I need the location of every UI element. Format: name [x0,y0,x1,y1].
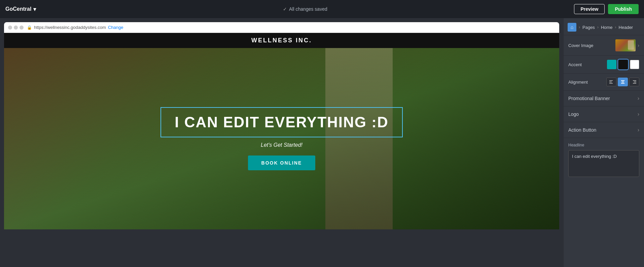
cover-image-preview: › [615,39,639,51]
svg-rect-3 [621,80,624,81]
breadcrumb-pages[interactable]: Pages [582,25,595,30]
breadcrumb-sep-1: › [579,25,580,30]
main-layout: 🔒 https://wellnessinc.godaddysites.com C… [0,18,644,267]
browser-dots [8,26,24,30]
logo-row[interactable]: Logo › [564,106,644,122]
promotional-banner-row[interactable]: Promotional Banner › [564,91,644,106]
promotional-banner-label: Promotional Banner [568,96,610,101]
browser-content: WELLNESS INC. I CAN EDIT EVERYTHING :D L… [4,33,559,263]
cta-button[interactable]: BOOK ONLINE [248,155,316,170]
cover-image-row[interactable]: Cover Image › [564,35,644,56]
alignment-label: Alignment [568,80,588,85]
preview-button[interactable]: Preview [574,4,605,14]
cover-thumb [615,39,636,51]
accent-swatch-black[interactable] [618,60,628,69]
url-text: https://wellnessinc.godaddysites.com [34,25,106,30]
logo-chevron: › [638,111,639,117]
logo-label: Logo [568,112,579,117]
svg-rect-7 [634,82,636,82]
accent-colors [607,60,639,69]
site-title: WELLNESS INC. [251,37,312,44]
svg-rect-5 [621,83,624,84]
alignment-options [606,78,639,86]
accent-row: Accent [564,56,644,74]
headline-input[interactable] [568,150,639,177]
panel-breadcrumb: ⌂ › Pages › Home › Header [564,18,644,35]
breadcrumb-home-item[interactable]: ⌂ [568,23,576,32]
align-center-button[interactable] [618,78,628,86]
save-status: ✓ All changes saved [283,6,327,12]
svg-rect-0 [609,80,613,81]
top-actions: Preview Publish [574,4,639,14]
breadcrumb-sep-3: › [615,25,616,30]
action-button-label: Action Button [568,127,596,133]
hero-background [4,48,559,229]
svg-rect-4 [622,82,624,82]
headline-box[interactable]: I CAN EDIT EVERYTHING :D [160,107,403,137]
brand-name: GoCentral [5,6,31,12]
headline-field-label: Headline [568,143,639,147]
svg-rect-2 [609,83,613,84]
browser-url-bar: 🔒 https://wellnessinc.godaddysites.com C… [27,25,123,30]
browser-chrome: 🔒 https://wellnessinc.godaddysites.com C… [4,22,559,33]
home-icon-symbol: ⌂ [571,25,573,30]
cover-image-label: Cover Image [568,43,593,48]
breadcrumb-header-label[interactable]: Header [619,25,633,30]
subheadline: Let's Get Started! [261,142,302,148]
browser-dot-3 [20,26,24,30]
svg-rect-8 [633,83,636,84]
site-nav: WELLNESS INC. [4,33,559,48]
breadcrumb-sep-2: › [597,25,599,30]
svg-rect-6 [633,80,636,81]
publish-button[interactable]: Publish [608,4,639,14]
home-icon[interactable]: ⌂ [568,23,576,32]
right-panel: ⌂ › Pages › Home › Header Cover Image › [563,18,644,267]
browser-dot-2 [14,26,18,30]
breadcrumb-header[interactable]: Header [619,25,633,30]
breadcrumb-pages-label[interactable]: Pages [582,25,595,30]
svg-rect-1 [609,82,612,82]
breadcrumb-home-page[interactable]: Home [601,25,613,30]
promotional-banner-chevron: › [638,95,639,101]
save-status-text: All changes saved [289,6,327,12]
alignment-row: Alignment [564,74,644,91]
change-link[interactable]: Change [108,25,123,30]
align-right-button[interactable] [629,78,639,86]
action-button-chevron: › [638,127,639,133]
accent-swatch-teal[interactable] [607,60,616,69]
hero-section[interactable]: I CAN EDIT EVERYTHING :D Let's Get Start… [4,48,559,229]
checkmark-icon: ✓ [283,6,287,12]
accent-label: Accent [568,62,582,67]
accent-swatch-white[interactable] [630,60,639,69]
headline-section: Headline [564,138,644,183]
cover-chevron: › [638,43,639,48]
align-left-button[interactable] [606,78,616,86]
browser-area: 🔒 https://wellnessinc.godaddysites.com C… [0,18,563,267]
breadcrumb-home-label[interactable]: Home [601,25,613,30]
brand-chevron: ▾ [33,6,36,12]
lock-icon: 🔒 [27,25,32,30]
headline-text[interactable]: I CAN EDIT EVERYTHING :D [175,114,389,130]
brand-logo[interactable]: GoCentral ▾ [5,6,36,12]
action-button-row[interactable]: Action Button › [564,122,644,138]
top-bar: GoCentral ▾ ✓ All changes saved Preview … [0,0,644,18]
browser-dot-1 [8,26,12,30]
